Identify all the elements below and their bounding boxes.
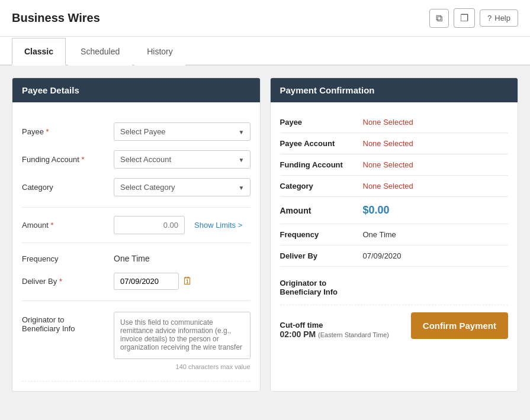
originator-textarea-wrapper: 140 characters max value [114,312,250,370]
category-row: Category Select Category [22,173,250,201]
cutoff-time: 02:00 PM (Eastern Standard Time) [280,329,389,339]
conf-payee-value: None Selected [363,118,413,127]
deliver-by-required: * [59,277,62,286]
confirm-payment-button[interactable]: Confirm Payment [411,312,508,339]
payee-section: Payee * Select Payee Funding Account * [22,112,250,208]
payee-label: Payee * [22,127,114,136]
conf-payee-label: Payee [280,118,363,127]
payment-confirmation-body: Payee None Selected Payee Account None S… [271,102,518,348]
originator-textarea[interactable] [114,312,250,359]
top-bar: Business Wires ⧉ ❐ ? Help [0,0,530,37]
payee-select-wrapper: Select Payee [114,122,250,141]
conf-payee-account-label: Payee Account [280,139,363,148]
conf-frequency-value: One Time [363,230,396,239]
amount-required: * [50,221,53,230]
funding-account-select[interactable]: Select Account [114,150,250,169]
copy-icon-button[interactable]: ⧉ [429,9,449,28]
conf-funding-account-label: Funding Account [280,160,363,169]
payee-row: Payee * Select Payee [22,118,250,146]
payee-required: * [46,127,49,136]
funding-account-row: Funding Account * Select Account [22,146,250,173]
question-icon: ? [487,14,492,22]
conf-payee-account-value: None Selected [363,139,413,148]
right-panel: Payment Confirmation Payee None Selected… [270,77,519,392]
funding-account-select-wrapper: Select Account [114,150,250,169]
originator-section: Originator to Beneficiary Info 140 chara… [22,301,250,382]
conf-funding-account-row: Funding Account None Selected [280,154,509,176]
conf-payee-row: Payee None Selected [280,112,509,133]
amount-row: Amount * Show Limits [22,216,250,234]
conf-originator-section: Originator to Beneficiary Info [280,267,509,305]
category-label: Category [22,183,114,192]
page-title: Business Wires [12,11,100,25]
conf-payee-account-row: Payee Account None Selected [280,133,509,154]
main-content: Payee Details Payee * Select Payee [0,66,530,403]
payment-confirmation-header: Payment Confirmation [271,78,518,102]
conf-category-row: Category None Selected [280,176,509,197]
tabs-bar: Classic Scheduled History [0,37,530,66]
frequency-label: Frequency [22,254,114,263]
help-button[interactable]: ? Help [480,9,518,27]
category-select-wrapper: Select Category [114,178,250,196]
tab-scheduled[interactable]: Scheduled [68,38,132,66]
category-select[interactable]: Select Category [114,178,250,196]
calendar-icon[interactable]: 🗓 [182,275,193,287]
funding-account-required: * [81,155,84,164]
cutoff-tz: (Eastern Standard Time) [318,331,389,338]
frequency-section: Frequency One Time Deliver By * 🗓 [22,243,250,301]
conf-amount-label: Amount [280,206,363,215]
amount-input[interactable] [114,216,185,234]
date-input-wrapper: 🗓 [114,273,193,290]
char-limit: 140 characters max value [114,363,250,370]
deliver-by-row: Deliver By * 🗓 [22,268,250,295]
conf-deliver-by-label: Deliver By [280,251,363,260]
funding-account-label: Funding Account * [22,155,114,164]
originator-row: Originator to Beneficiary Info 140 chara… [22,307,250,375]
amount-section: Amount * Show Limits [22,208,250,243]
top-buttons: ⧉ ❐ ? Help [429,8,518,28]
frequency-row: Frequency One Time [22,249,250,268]
conf-funding-account-value: None Selected [363,160,413,169]
conf-category-label: Category [280,182,363,190]
cutoff-label: Cut-off time [280,321,389,329]
conf-deliver-by-row: Deliver By 07/09/2020 [280,245,509,267]
payee-details-header: Payee Details [12,78,260,102]
left-panel: Payee Details Payee * Select Payee [12,77,261,392]
conf-frequency-row: Frequency One Time [280,224,509,245]
conf-frequency-label: Frequency [280,230,363,239]
frequency-value: One Time [114,254,150,263]
copy-icon: ⧉ [436,13,442,24]
show-limits-link[interactable]: Show Limits [194,221,242,230]
conf-deliver-by-value: 07/09/2020 [363,251,401,260]
tab-classic[interactable]: Classic [12,38,66,66]
originator-label: Originator to Beneficiary Info [22,312,114,333]
conf-bottom-row: Cut-off time 02:00 PM (Eastern Standard … [280,305,509,339]
deliver-by-label: Deliver By * [22,277,114,286]
payee-select[interactable]: Select Payee [114,122,250,141]
cutoff-info: Cut-off time 02:00 PM (Eastern Standard … [280,321,389,339]
paste-icon-button[interactable]: ❐ [454,8,475,28]
paste-icon: ❐ [460,12,468,24]
amount-label: Amount * [22,221,114,230]
conf-category-value: None Selected [363,182,413,190]
payee-details-body: Payee * Select Payee Funding Account * [12,102,260,391]
help-label: Help [494,14,510,22]
tab-history[interactable]: History [134,38,185,66]
conf-originator-label: Originator to Beneficiary Info [280,273,509,299]
conf-amount-value: $0.00 [363,204,390,217]
deliver-by-input[interactable] [114,273,179,290]
conf-amount-row: Amount $0.00 [280,197,509,224]
